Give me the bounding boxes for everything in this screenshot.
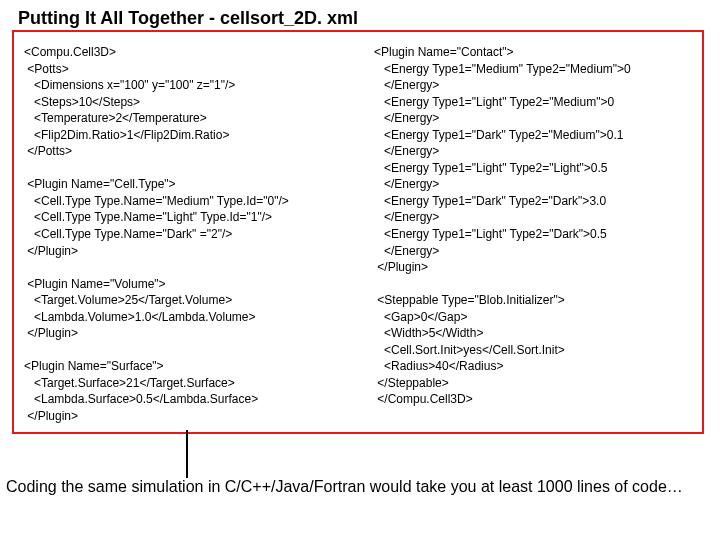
bottom-caption: Coding the same simulation in C/C++/Java… bbox=[6, 478, 706, 496]
xml-code-left: <Compu.Cell3D> <Potts> <Dimensions x="10… bbox=[24, 44, 364, 425]
vertical-line bbox=[186, 430, 188, 478]
code-box: <Compu.Cell3D> <Potts> <Dimensions x="10… bbox=[12, 30, 704, 434]
xml-code-right: <Plugin Name="Contact"> <Energy Type1="M… bbox=[374, 44, 694, 408]
slide-title: Putting It All Together - cellsort_2D. x… bbox=[18, 8, 358, 29]
